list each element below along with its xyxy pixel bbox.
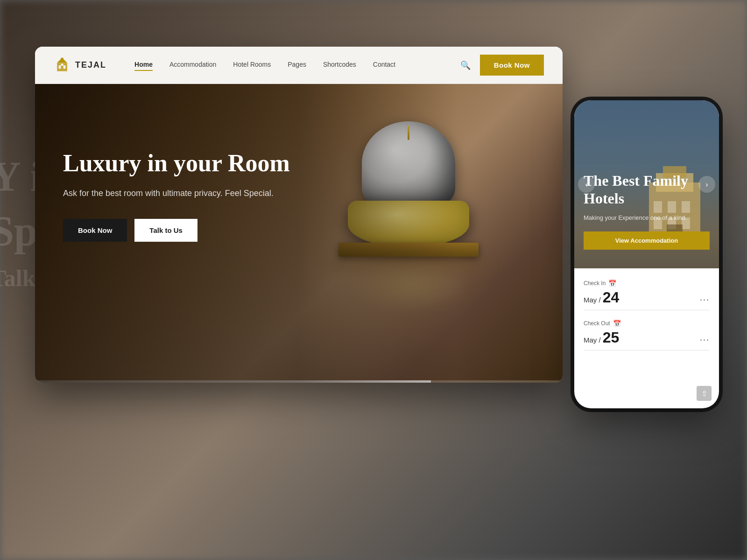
checkout-label: Check Out 📅 [584, 320, 710, 327]
checkin-date: May / 24 [584, 289, 619, 306]
phone-booking-section: Check In 📅 May / 24 ... Check Out 📅 May … [574, 268, 719, 371]
hero-book-now-button[interactable]: Book Now [63, 219, 127, 242]
phone-subtitle: Making your Experience one of a kind. [584, 213, 710, 223]
checkout-label-text: Check Out [584, 320, 610, 327]
carousel-right-arrow[interactable]: › [698, 176, 715, 193]
browser-window: TEJAL Home Accommodation Hotel Rooms Pag… [35, 47, 563, 383]
hero-content: Luxury in your Room Ask for the best roo… [63, 149, 290, 242]
nav-right: 🔍 Book Now [460, 55, 544, 76]
hero-subtitle: Ask for the best room with ultimate priv… [63, 187, 290, 200]
checkin-more-icon[interactable]: ... [700, 292, 710, 303]
phone-title: The Best Family Hotels [584, 172, 710, 208]
hero-section: Luxury in your Room Ask for the best roo… [35, 84, 563, 383]
checkout-date-row: May / 25 ... [584, 329, 710, 350]
hero-talk-button[interactable]: Talk to Us [134, 219, 197, 242]
hero-title: Luxury in your Room [63, 149, 290, 177]
checkin-label: Check In 📅 [584, 280, 710, 287]
nav-links: Home Accommodation Hotel Rooms Pages Sho… [134, 61, 460, 70]
checkin-day: 24 [603, 289, 620, 306]
checkin-label-text: Check In [584, 280, 606, 287]
mobile-phone: ‹ › The Best Family Hotels Making your E… [574, 100, 719, 408]
navbar-book-now-button[interactable]: Book Now [480, 55, 544, 76]
checkout-date: May / 25 [584, 329, 619, 346]
phone-hero-section: ‹ › The Best Family Hotels Making your E… [574, 100, 719, 268]
checkin-field: Check In 📅 May / 24 ... [584, 280, 710, 310]
logo-icon [54, 57, 70, 74]
nav-home[interactable]: Home [134, 61, 153, 70]
svg-rect-4 [63, 65, 66, 69]
navbar: TEJAL Home Accommodation Hotel Rooms Pag… [35, 47, 563, 84]
nav-contact[interactable]: Contact [373, 61, 395, 70]
svg-marker-1 [57, 57, 67, 63]
carousel-left-arrow[interactable]: ‹ [578, 176, 595, 193]
logo-text: TEJAL [75, 60, 106, 70]
checkin-date-row: May / 24 ... [584, 289, 710, 310]
hero-buttons: Book Now Talk to Us [63, 219, 290, 242]
logo-area[interactable]: TEJAL [54, 57, 106, 74]
phone-hero-content: The Best Family Hotels Making your Exper… [584, 172, 710, 250]
checkout-day: 25 [603, 329, 620, 346]
view-accommodation-button[interactable]: View Accommodation [584, 231, 710, 250]
nav-pages[interactable]: Pages [288, 61, 306, 70]
nav-accommodation[interactable]: Accommodation [169, 61, 216, 70]
svg-rect-5 [61, 63, 63, 66]
checkout-calendar-icon[interactable]: 📅 [613, 320, 621, 327]
nav-hotel-rooms[interactable]: Hotel Rooms [233, 61, 271, 70]
checkout-field: Check Out 📅 May / 25 ... [584, 320, 710, 350]
svg-rect-3 [59, 65, 61, 69]
search-icon[interactable]: 🔍 [460, 60, 471, 70]
checkin-month: May / [584, 296, 601, 304]
nav-shortcodes[interactable]: Shortcodes [323, 61, 356, 70]
checkout-more-icon[interactable]: ... [700, 332, 710, 343]
scroll-up-button[interactable]: ⇧ [697, 386, 712, 401]
checkout-month: May / [584, 336, 601, 344]
checkin-calendar-icon[interactable]: 📅 [608, 280, 616, 287]
